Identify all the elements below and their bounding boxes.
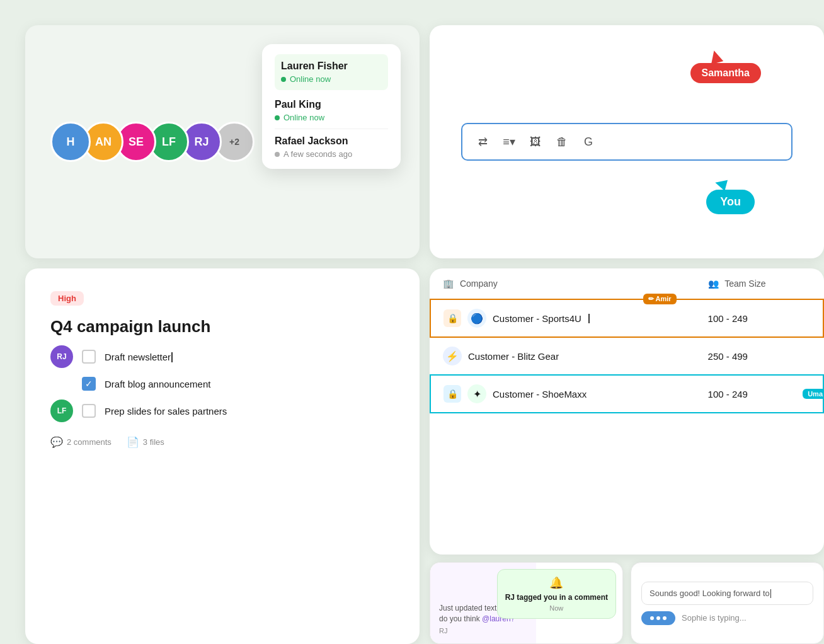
toolbar-extra-btn[interactable]: G [577, 130, 600, 153]
task-text-3: Prep slides for sales partners [105, 406, 394, 417]
toolbar-image-btn[interactable]: 🖼 [524, 130, 547, 153]
cell-company-1: 🔒 🔵 Customer - Sports4U ✏ Amir [430, 299, 695, 337]
avatars-row: H AN SE LF RJ +2 [50, 122, 255, 162]
table-row-3: 🔒 ✦ Customer - ShoeMaxx 100 - 249 Uma [430, 375, 823, 413]
table-card: 🏢 Company 👥 Team Size [430, 268, 824, 555]
cursors-card: Samantha ⇄ ≡▾ 🖼 🗑 G You [430, 25, 824, 258]
cursor-row1 [588, 314, 590, 323]
user-status-lauren: Online now [281, 74, 382, 84]
status-dot-online2 [275, 115, 280, 120]
cursor-arrow-samantha [707, 49, 723, 64]
user-status-rafael: A few seconds ago [275, 149, 388, 159]
dot-1 [650, 616, 654, 620]
cursor-you: You [706, 178, 755, 214]
files-icon: 📄 [127, 436, 139, 448]
toolbar-delete-btn[interactable]: 🗑 [551, 130, 573, 153]
lock-icon-3: 🔒 [443, 385, 461, 403]
company-name-1: Customer - Sports4U [493, 313, 581, 324]
task-footer: 💬 2 comments 📄 3 files [50, 436, 394, 448]
input-cursor [770, 589, 771, 598]
task-avatar-rj: RJ [50, 345, 73, 368]
dot-3 [663, 616, 667, 620]
avatar-h[interactable]: H [50, 122, 91, 162]
bottom-right-section: 🏢 Company 👥 Team Size [430, 268, 824, 644]
files-count: 📄 3 files [127, 436, 164, 448]
priority-badge: High [50, 291, 84, 306]
company-col-icon: 🏢 [443, 279, 454, 289]
checkbox-3[interactable] [82, 404, 96, 418]
cursor-samantha: Samantha [690, 50, 761, 83]
cursor-arrow-you [714, 177, 728, 191]
task-card: High Q4 campaign launch RJ Draft newslet… [25, 268, 420, 644]
checkmark-2: ✓ [85, 379, 93, 389]
mini-cards-row: Just updated text, what do you think @la… [430, 562, 824, 644]
tag-time: Now [505, 604, 608, 612]
toolbar-swap-btn[interactable]: ⇄ [471, 130, 494, 153]
teamsize-col-icon: 👥 [708, 279, 719, 289]
typing-text: Sophie is typing... [682, 613, 747, 623]
cell-company-3: 🔒 ✦ Customer - ShoeMaxx [430, 375, 695, 413]
user-name-rafael: Rafael Jackson [275, 135, 388, 147]
company-logo-3: ✦ [467, 384, 486, 403]
cell-company-2: ⚡ Customer - Blitz Gear [430, 337, 695, 375]
comments-icon: 💬 [50, 436, 63, 448]
user-popup: Lauren Fisher Online now Paul King Onlin… [262, 44, 401, 169]
tag-notification: 🔔 RJ tagged you in a comment Now [497, 569, 616, 619]
table-row-2: ⚡ Customer - Blitz Gear 250 - 499 [430, 337, 823, 375]
mini-card-comment: Just updated text, what do you think @la… [430, 562, 623, 644]
dot-2 [656, 616, 660, 620]
toolbar-align-btn[interactable]: ≡▾ [498, 130, 520, 153]
task-text-1: Draft newsletter [105, 352, 394, 362]
company-name-3: Customer - ShoeMaxx [493, 389, 587, 400]
task-list: RJ Draft newsletter ✓ Draft blog announc… [50, 345, 394, 422]
company-name-2: Customer - Blitz Gear [468, 351, 559, 362]
collaborators-card: H AN SE LF RJ +2 Lauren Fisher Online no… [25, 25, 420, 258]
user-name-paul: Paul King [275, 99, 388, 110]
task-avatar-lf: LF [50, 400, 73, 422]
cell-teamsize-3: 100 - 249 Uma [695, 375, 823, 413]
checkbox-1[interactable] [82, 350, 96, 364]
toolbar: ⇄ ≡▾ 🖼 🗑 G [461, 123, 793, 161]
status-dot-away [275, 152, 280, 157]
col-teamsize: 👥 Team Size [695, 268, 823, 299]
table-row-1: 🔒 🔵 Customer - Sports4U ✏ Amir 100 - 249 [430, 299, 823, 337]
companies-table: 🏢 Company 👥 Team Size [430, 268, 824, 413]
user-status-paul: Online now [275, 113, 388, 122]
typing-dots-bubble [641, 611, 675, 625]
popup-user-paul: Paul King Online now [275, 93, 388, 129]
edit-cursor-1 [171, 352, 173, 362]
popup-user-lauren: Lauren Fisher Online now [275, 54, 388, 90]
mini-card-typing: Sounds good! Looking forward to Sophie i… [631, 562, 824, 644]
task-item-3: LF Prep slides for sales partners [50, 400, 394, 422]
input-mock: Sounds good! Looking forward to [641, 582, 813, 605]
company-logo-1: 🔵 [467, 309, 486, 328]
page-layout: H AN SE LF RJ +2 Lauren Fisher Online no… [13, 13, 824, 644]
company-logo-2: ⚡ [443, 347, 462, 365]
cursor-label-you: You [706, 190, 755, 214]
bell-icon: 🔔 [505, 576, 608, 590]
comments-count: 💬 2 comments [50, 436, 112, 448]
checkbox-2[interactable]: ✓ [82, 377, 96, 391]
cursor-label-samantha: Samantha [690, 63, 761, 83]
cell-teamsize-2: 250 - 499 [695, 337, 823, 375]
task-item-2: ✓ Draft blog announcement [50, 377, 394, 391]
user-name-lauren: Lauren Fisher [281, 60, 382, 72]
task-text-2: Draft blog announcement [105, 379, 394, 389]
lock-icon-1: 🔒 [443, 309, 461, 327]
typing-row: Sophie is typing... [641, 611, 813, 625]
uma-badge: Uma [803, 389, 824, 399]
status-dot-online [281, 77, 286, 82]
table-body: 🔒 🔵 Customer - Sports4U ✏ Amir 100 - 249 [430, 299, 823, 413]
table-header: 🏢 Company 👥 Team Size [430, 268, 823, 299]
comment-author: RJ [439, 627, 527, 635]
task-item-1: RJ Draft newsletter [50, 345, 394, 368]
tag-text: RJ tagged you in a comment [505, 592, 608, 603]
popup-user-rafael: Rafael Jackson A few seconds ago [275, 129, 388, 159]
amir-badge: ✏ Amir [643, 294, 677, 304]
task-title: Q4 campaign launch [50, 317, 394, 336]
cell-teamsize-1: 100 - 249 [695, 299, 823, 337]
